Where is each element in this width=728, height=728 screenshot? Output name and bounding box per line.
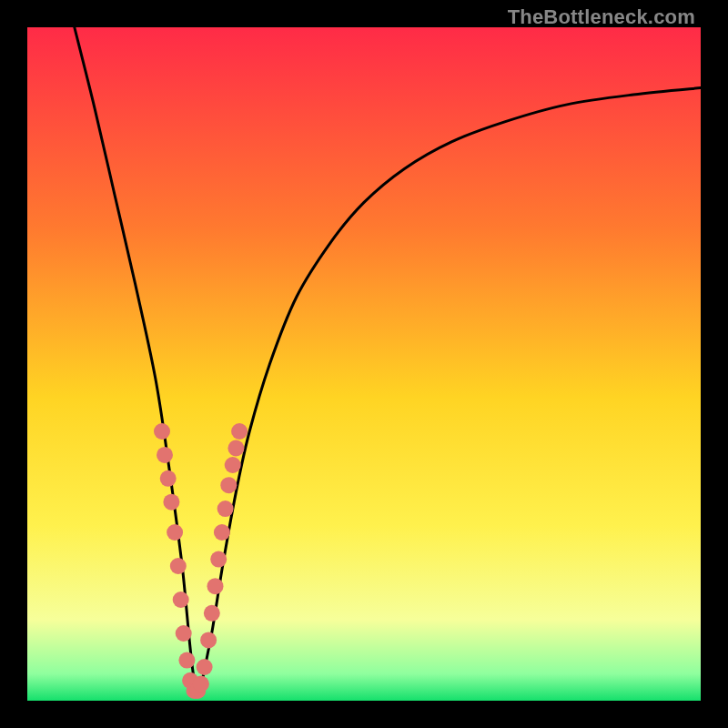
marker-point	[231, 423, 248, 440]
marker-point	[197, 659, 213, 675]
watermark-text: TheBottleneck.com	[508, 5, 695, 29]
marker-point	[214, 524, 230, 541]
marker-point	[204, 605, 220, 622]
bottleneck-curve	[75, 27, 701, 691]
marker-point	[170, 558, 187, 574]
marker-point	[210, 551, 227, 568]
marker-point	[200, 632, 217, 648]
marker-point	[225, 457, 241, 473]
marker-point	[173, 592, 189, 608]
marker-point	[178, 652, 195, 669]
marker-point	[163, 494, 179, 511]
marker-point	[228, 440, 244, 457]
marker-point	[160, 470, 177, 487]
marker-point	[154, 423, 170, 440]
marker-point	[176, 625, 192, 642]
marker-point	[167, 524, 183, 541]
marker-point	[193, 676, 209, 693]
plot-area	[27, 27, 701, 701]
marker-point	[157, 447, 173, 463]
marker-point	[207, 578, 224, 594]
chart-frame	[27, 27, 701, 701]
curve-layer	[27, 27, 701, 701]
marker-point	[220, 477, 237, 493]
marker-point	[217, 500, 234, 517]
